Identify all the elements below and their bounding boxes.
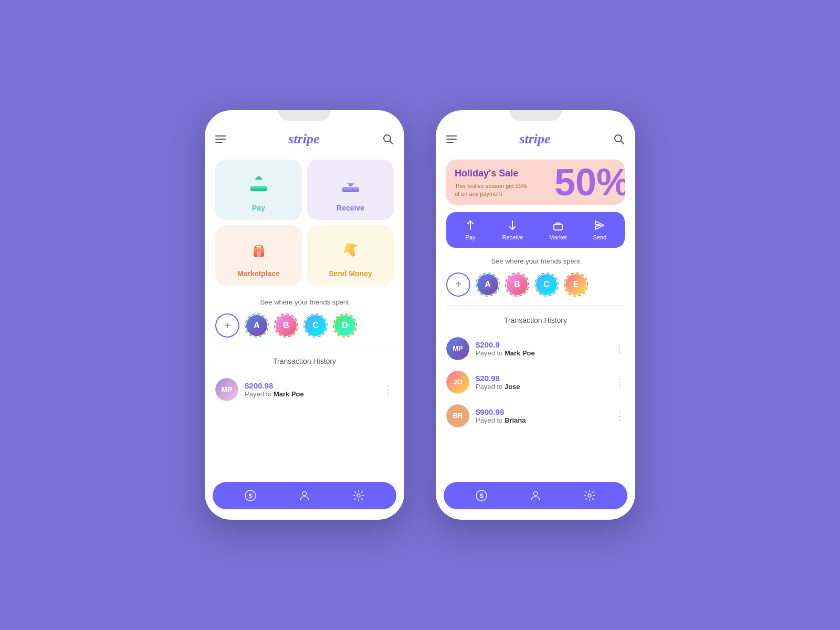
friend-avatar-4[interactable]: D [333, 313, 357, 338]
add-friend-button[interactable]: + [215, 313, 239, 338]
nav-dollar-1[interactable]: $ [244, 489, 257, 502]
svg-point-17 [588, 494, 591, 497]
action-receive[interactable]: Receive [502, 219, 523, 240]
svg-point-16 [533, 491, 538, 496]
tx-2-info-2: $20.98 Payed to Jose [476, 374, 608, 391]
tx-amount-1: $200.98 [245, 381, 377, 390]
action-pay-icon [465, 219, 476, 231]
phone-1: stripe [205, 110, 404, 520]
friend-2-img-2: B [507, 274, 528, 295]
tx-2-recipient-1: Mark Poe [505, 349, 535, 357]
friend-avatar-3[interactable]: C [303, 313, 328, 338]
tx-2-img-2: JO [446, 371, 469, 394]
action-bar: Pay Receive Market [446, 212, 625, 248]
tx-section-1: Transaction History MP $200.98 Payed to … [215, 357, 394, 406]
friend-2-avatar-4[interactable]: E [564, 272, 588, 297]
avatar-image-4: D [334, 315, 355, 336]
action-market-label: Market [549, 234, 567, 240]
tx-2-info-1: $200.9 Payed to Mark Poe [476, 340, 608, 357]
svg-rect-5 [257, 251, 261, 257]
action-market[interactable]: Market [549, 219, 567, 240]
nav-person-2[interactable] [529, 489, 542, 502]
promo-banner[interactable]: Holiday's Sale This festive season get 5… [446, 160, 625, 205]
tx-more-1[interactable]: ⋮ [384, 384, 394, 395]
menu-icon-2[interactable] [446, 135, 457, 143]
header-2: stripe [446, 131, 625, 147]
card-send[interactable]: Send Money [307, 225, 394, 286]
nav-dollar-2[interactable]: $ [475, 489, 488, 502]
friend-2-img-4: E [565, 274, 586, 295]
friend-2-avatar-2[interactable]: B [505, 272, 529, 297]
tx-2-more-1[interactable]: ⋮ [615, 343, 625, 354]
action-market-icon [552, 219, 564, 231]
tx-2-avatar-3: BR [446, 404, 469, 427]
tx-row-2-2: JO $20.98 Payed to Jose ⋮ [446, 365, 625, 399]
friends-section-2: See where your friends spent + A B C E [446, 257, 625, 306]
friend-2-img-1: A [477, 274, 498, 295]
friend-2-avatar-3[interactable]: C [534, 272, 559, 297]
tx-2-name-1: Payed to Mark Poe [476, 349, 608, 357]
tx-2-more-3[interactable]: ⋮ [615, 410, 625, 422]
tx-2-info-3: $900.98 Payed to Briana [476, 407, 608, 424]
avatar-image-3: C [305, 315, 326, 336]
friends-row-2: + A B C E [446, 272, 625, 306]
friend-avatar-1[interactable]: A [245, 313, 269, 338]
svg-text:$: $ [479, 492, 484, 500]
header-1: stripe [215, 131, 394, 147]
menu-icon[interactable] [215, 135, 226, 143]
tx-2-amount-1: $200.9 [476, 340, 608, 349]
friends-row-1: + A B C D [215, 313, 394, 346]
receive-label: Receive [337, 204, 364, 212]
action-receive-icon [507, 219, 518, 231]
pay-icon [245, 170, 272, 197]
tx-info-1: $200.98 Payed to Mark Poe [245, 381, 377, 398]
card-marketplace[interactable]: Marketplace [215, 225, 302, 286]
marketplace-label: Marketplace [237, 269, 280, 278]
nav-person-1[interactable] [298, 489, 311, 502]
action-send[interactable]: Send [593, 219, 606, 240]
marketplace-icon [245, 236, 272, 263]
action-receive-label: Receive [502, 234, 523, 240]
promo-big-text: 50% [554, 163, 625, 201]
action-send-icon [594, 219, 605, 231]
card-pay[interactable]: Pay [215, 160, 302, 220]
bottom-nav-1: $ [213, 482, 396, 509]
friend-avatar-2[interactable]: B [274, 313, 298, 338]
add-friend-button-2[interactable]: + [446, 272, 470, 297]
phone-2-content: stripe Holiday's Sale This festive seaso… [436, 110, 635, 477]
phone-2: stripe Holiday's Sale This festive seaso… [436, 110, 635, 520]
action-pay[interactable]: Pay [465, 219, 476, 240]
tx-2-recipient-3: Briana [505, 416, 526, 424]
tx-title-1: Transaction History [215, 357, 394, 365]
tx-2-name-3: Payed to Briana [476, 416, 608, 424]
tx-2-more-2[interactable]: ⋮ [615, 376, 625, 388]
tx-avatar-img-1: MP [215, 378, 238, 401]
tx-2-img-3: BR [446, 404, 469, 427]
search-icon-2[interactable] [613, 133, 625, 145]
svg-point-9 [302, 491, 307, 496]
pay-label: Pay [252, 204, 265, 212]
svg-point-10 [357, 494, 360, 497]
bottom-nav-2: $ [444, 482, 627, 509]
tx-row-2-1: MP $200.9 Payed to Mark Poe ⋮ [446, 332, 625, 365]
tx-2-img-1: MP [446, 337, 469, 360]
nav-settings-1[interactable] [352, 489, 365, 502]
send-icon [337, 236, 364, 263]
action-pay-label: Pay [465, 234, 475, 240]
tx-title-2: Transaction History [446, 316, 625, 324]
friend-2-avatar-1[interactable]: A [476, 272, 500, 297]
tx-recipient-1: Mark Poe [274, 390, 304, 398]
action-grid: Pay [215, 160, 394, 286]
tx-2-name-2: Payed to Jose [476, 383, 608, 391]
card-receive[interactable]: Receive [307, 160, 394, 220]
svg-marker-6 [340, 239, 362, 260]
send-label: Send Money [329, 269, 372, 278]
avatar-image-1: A [246, 315, 267, 336]
nav-settings-2[interactable] [583, 489, 596, 502]
tx-2-amount-2: $20.98 [476, 374, 608, 383]
friend-2-img-3: C [536, 274, 557, 295]
search-icon[interactable] [382, 133, 394, 145]
avatar-image-2: B [276, 315, 297, 336]
svg-line-12 [621, 141, 624, 144]
app-title-2: stripe [519, 131, 550, 147]
